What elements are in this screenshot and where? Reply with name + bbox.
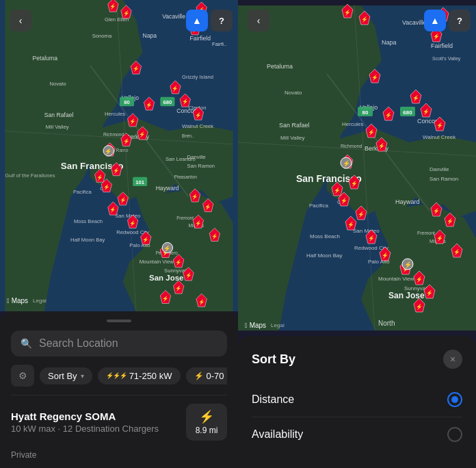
right-help-button[interactable]: ? [449, 10, 471, 31]
svg-text:Napa: Napa [142, 32, 157, 39]
right-maps-logo:  Maps Legal [245, 322, 285, 329]
svg-text:Half Moon Bay: Half Moon Bay [70, 237, 105, 243]
sort-by-sheet: Sort By × Distance Availability [238, 336, 476, 468]
sort-distance-label: Distance [252, 393, 294, 406]
left-map: San Francisco San Jose Petaluma San Rafa… [0, 0, 238, 311]
svg-text:⚡: ⚡ [133, 65, 140, 72]
svg-text:San Rafael: San Rafael [44, 112, 74, 118]
svg-text:North: North [378, 320, 395, 327]
svg-text:680: 680 [163, 99, 172, 105]
legal-link[interactable]: Legal [33, 298, 47, 304]
svg-text:⚡: ⚡ [105, 148, 112, 155]
help-button[interactable]: ? [211, 10, 233, 31]
svg-text:Pleasanton: Pleasanton [174, 174, 197, 179]
right-back-button[interactable]: ‹ [248, 10, 269, 31]
svg-text:Fairfi..: Fairfi.. [212, 41, 226, 47]
svg-text:Grizzly Island: Grizzly Island [182, 74, 213, 80]
svg-text:Vacaville: Vacaville [162, 13, 185, 20]
svg-text:Richmond: Richmond [103, 132, 124, 137]
svg-text:⚡: ⚡ [433, 207, 440, 214]
sort-close-button[interactable]: × [443, 350, 462, 369]
svg-text:⚡: ⚡ [109, 206, 116, 213]
svg-text:⚡: ⚡ [139, 131, 146, 138]
svg-text:⚡: ⚡ [129, 220, 136, 226]
sort-title: Sort By [252, 352, 295, 367]
svg-text:⚡: ⚡ [412, 94, 419, 101]
svg-text:Scott's Valley: Scott's Valley [432, 56, 461, 62]
svg-text:⚡: ⚡ [453, 248, 460, 255]
svg-text:Hayward: Hayward [156, 185, 179, 192]
sliders-icon: ⚙ [18, 370, 27, 381]
svg-text:⚡: ⚡ [172, 85, 178, 92]
svg-text:⚡: ⚡ [175, 259, 182, 265]
svg-text:San Ramon: San Ramon [187, 163, 215, 169]
apple-icon:  [7, 297, 10, 304]
svg-text:Petaluma: Petaluma [33, 55, 58, 62]
chevron-down-icon: ▾ [81, 372, 84, 380]
svg-text:Half Moon Bay: Half Moon Bay [306, 252, 342, 259]
svg-text:⚡: ⚡ [344, 9, 351, 16]
svg-text:⚡: ⚡ [361, 16, 368, 23]
location-button[interactable]: ▲ [186, 10, 208, 31]
svg-text:⚡: ⚡ [182, 98, 189, 105]
sort-availability-label: Availability [252, 428, 303, 441]
drag-handle[interactable] [107, 320, 131, 322]
svg-text:⚡: ⚡ [447, 218, 453, 224]
svg-text:⚡: ⚡ [378, 142, 385, 149]
svg-text:⚡: ⚡ [96, 174, 103, 181]
right-panel: North San Francisco San Jose Petaluma Sa… [238, 0, 476, 468]
svg-text:⚡: ⚡ [368, 129, 375, 135]
svg-text:San Rafael: San Rafael [279, 122, 310, 129]
filter-icon-button[interactable]: ⚙ [11, 365, 34, 387]
charger-icon: ⚡ [199, 409, 214, 424]
svg-text:Hercules: Hercules [342, 121, 364, 127]
svg-text:⚡: ⚡ [123, 138, 130, 144]
close-icon: × [450, 354, 455, 365]
search-placeholder: Search Location [39, 337, 118, 350]
svg-text:⚡: ⚡ [211, 233, 218, 239]
svg-text:Walnut Creek: Walnut Creek [423, 134, 456, 140]
radio-availability-unselected[interactable] [447, 427, 462, 442]
svg-text:Novato: Novato [49, 81, 66, 87]
svg-text:Petaluma: Petaluma [267, 63, 293, 70]
svg-text:⚡: ⚡ [334, 187, 341, 194]
result-name: Hyatt Regency SOMA [11, 411, 159, 422]
right-legal-link[interactable]: Legal [271, 322, 285, 328]
svg-text:Danville: Danville [429, 166, 449, 172]
radio-distance-selected[interactable] [447, 392, 462, 407]
svg-text:⚡: ⚡ [185, 272, 192, 278]
back-button[interactable]: ‹ [10, 10, 31, 31]
power-chip-low[interactable]: ⚡ 0-70 kW [186, 367, 228, 385]
svg-text:San Mateo: San Mateo [353, 228, 380, 234]
svg-text:⚡: ⚡ [162, 295, 169, 302]
svg-text:Fairfield: Fairfield [189, 35, 211, 42]
svg-text:⚡: ⚡ [423, 108, 429, 115]
svg-text:Fremont: Fremont [417, 231, 435, 235]
svg-text:Bren..: Bren.. [182, 133, 194, 138]
sort-by-chip[interactable]: Sort By ▾ [40, 367, 92, 385]
search-bar[interactable]: 🔍 Search Location [11, 330, 227, 356]
svg-text:⚡: ⚡ [351, 180, 358, 187]
svg-text:⚡: ⚡ [195, 220, 202, 226]
result-item[interactable]: Hyatt Regency SOMA 10 kW max · 12 Destin… [11, 395, 227, 446]
svg-text:⚡: ⚡ [191, 193, 198, 200]
svg-text:⚡: ⚡ [368, 235, 375, 242]
svg-text:⚡: ⚡ [120, 196, 127, 203]
svg-text:⚡: ⚡ [146, 101, 153, 108]
right-location-button[interactable]: ▲ [424, 10, 446, 31]
right-maps-label: Maps [250, 322, 266, 329]
svg-text:San Ramon: San Ramon [429, 176, 458, 182]
power-low-label: 0-70 kW [207, 371, 228, 381]
right-apple-icon:  [245, 322, 248, 329]
power-chip-high[interactable]: ⚡⚡⚡ 71-250 kW [98, 367, 181, 385]
sort-option-availability[interactable]: Availability [252, 417, 462, 452]
svg-text:⚡: ⚡ [198, 298, 205, 305]
svg-text:Richmond: Richmond [341, 144, 362, 148]
svg-text:Mill Valley: Mill Valley [280, 135, 304, 141]
private-label: Private [11, 446, 227, 460]
svg-text:⚡: ⚡ [347, 221, 354, 228]
svg-text:Fremont: Fremont [176, 216, 194, 220]
svg-text:Napa: Napa [382, 39, 397, 46]
svg-text:⚡: ⚡ [195, 112, 202, 118]
sort-option-distance[interactable]: Distance [252, 382, 462, 417]
